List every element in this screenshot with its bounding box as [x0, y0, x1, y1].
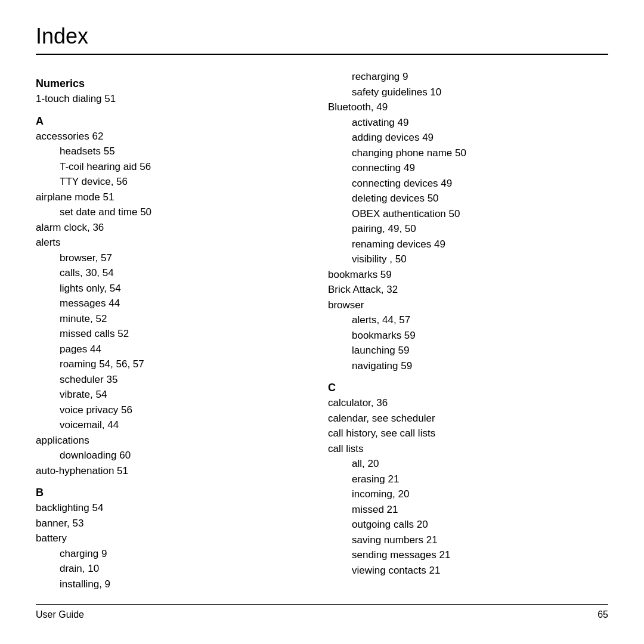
index-entry-l2: set date and time 50: [36, 205, 304, 220]
index-entry-l1: alerts: [36, 235, 304, 250]
index-entry-l2: voice privacy 56: [36, 402, 304, 418]
index-entry-l2: headsets 55: [36, 144, 304, 159]
index-entry-l1: 1-touch dialing 51: [36, 91, 304, 107]
footer-page: 65: [597, 609, 608, 620]
index-entry-l1: Brick Attack, 32: [328, 282, 608, 298]
index-entry-l2: recharging 9: [328, 69, 608, 85]
index-entry-l2: viewing contacts 21: [328, 563, 608, 578]
index-entry-l1: battery: [36, 531, 304, 546]
index-entry-l2: sending messages 21: [328, 547, 608, 563]
page-title: Index: [36, 24, 608, 49]
title-rule: [36, 54, 608, 55]
index-entry-l2: minute, 52: [36, 311, 304, 327]
index-entry-l2: connecting devices 49: [328, 176, 608, 191]
index-entry-l2: deleting devices 50: [328, 191, 608, 206]
index-entry-l2: lights only, 54: [36, 281, 304, 296]
index-entry-l2: T-coil hearing aid 56: [36, 159, 304, 175]
index-entry-l2: changing phone name 50: [328, 145, 608, 161]
index-entry-l1: browser: [328, 298, 608, 313]
index-entry-l2: connecting 49: [328, 160, 608, 176]
section-letter: C: [328, 382, 608, 394]
index-entry-l2: roaming 54, 56, 57: [36, 357, 304, 372]
footer: User Guide 65: [36, 604, 608, 620]
index-entry-l2: vibrate, 54: [36, 387, 304, 402]
index-entry-l1: banner, 53: [36, 516, 304, 531]
section-letter: B: [36, 487, 304, 499]
index-entry-l2: launching 59: [328, 343, 608, 358]
left-column: Numerics1-touch dialing 51Aaccessories 6…: [36, 69, 322, 598]
index-entry-l2: missed 21: [328, 502, 608, 518]
index-entry-l1: calendar, see scheduler: [328, 411, 608, 426]
section-letter: A: [36, 115, 304, 128]
index-entry-l2: renaming devices 49: [328, 237, 608, 252]
index-entry-l2: TTY device, 56: [36, 174, 304, 190]
index-entry-l2: charging 9: [36, 546, 304, 562]
index-entry-l1: call history, see call lists: [328, 426, 608, 441]
index-entry-l2: incoming, 20: [328, 487, 608, 502]
index-entry-l2: activating 49: [328, 115, 608, 131]
index-entry-l1: Bluetooth, 49: [328, 100, 608, 115]
index-entry-l2: saving numbers 21: [328, 532, 608, 548]
index-entry-l2: drain, 10: [36, 561, 304, 577]
index-entry-l2: OBEX authentication 50: [328, 206, 608, 222]
footer-label: User Guide: [36, 609, 84, 620]
index-entry-l2: all, 20: [328, 456, 608, 472]
index-entry-l2: scheduler 35: [36, 372, 304, 388]
index-entry-l2: bookmarks 59: [328, 328, 608, 343]
index-entry-l2: adding devices 49: [328, 130, 608, 145]
right-column: recharging 9safety guidelines 10Bluetoot…: [322, 69, 608, 598]
index-entry-l2: pairing, 49, 50: [328, 221, 608, 237]
index-entry-l1: auto-hyphenation 51: [36, 463, 304, 479]
index-entry-l2: voicemail, 44: [36, 417, 304, 433]
index-entry-l1: applications: [36, 433, 304, 448]
index-entry-l1: airplane mode 51: [36, 190, 304, 205]
index-entry-l1: bookmarks 59: [328, 267, 608, 283]
index-entry-l2: visibility , 50: [328, 252, 608, 267]
index-entry-l2: browser, 57: [36, 250, 304, 266]
index-entry-l1: call lists: [328, 441, 608, 457]
index-entry-l2: messages 44: [36, 296, 304, 311]
index-entry-l1: backlighting 54: [36, 500, 304, 516]
index-entry-l2: downloading 60: [36, 448, 304, 463]
index-entry-l1: accessories 62: [36, 129, 304, 144]
content-columns: Numerics1-touch dialing 51Aaccessories 6…: [36, 69, 608, 598]
index-entry-l2: missed calls 52: [36, 326, 304, 342]
index-entry-l1: alarm clock, 36: [36, 220, 304, 236]
index-entry-l2: installing, 9: [36, 577, 304, 592]
index-entry-l2: pages 44: [36, 342, 304, 357]
section-letter: Numerics: [36, 78, 304, 90]
page-container: Index Numerics1-touch dialing 51Aaccesso…: [0, 0, 644, 644]
index-entry-l1: calculator, 36: [328, 395, 608, 411]
index-entry-l2: outgoing calls 20: [328, 517, 608, 532]
index-entry-l2: navigating 59: [328, 358, 608, 374]
index-entry-l2: erasing 21: [328, 472, 608, 487]
index-entry-l2: safety guidelines 10: [328, 85, 608, 100]
index-entry-l2: alerts, 44, 57: [328, 312, 608, 328]
index-entry-l2: calls, 30, 54: [36, 265, 304, 281]
